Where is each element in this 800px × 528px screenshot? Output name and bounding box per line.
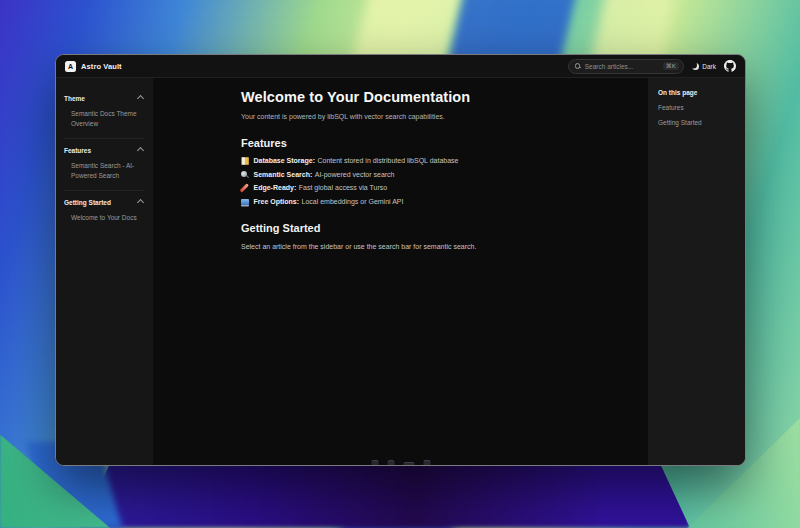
laptop-icon [241, 199, 249, 206]
dock-hint [371, 460, 430, 465]
toc-heading: On this page [658, 89, 735, 96]
features-heading: Features [241, 137, 598, 149]
features-list: Database Storage: Content stored in dist… [241, 157, 598, 205]
sidebar-section-getting-started-header[interactable]: Getting Started [64, 199, 145, 206]
feature-desc: Content stored in distributed libSQL dat… [317, 157, 458, 165]
dock-icon [403, 462, 414, 465]
ledger-icon [241, 157, 249, 165]
sidebar-section-label: Theme [64, 95, 85, 102]
app-window: A Astro Vault Search articles... ⌘K Dark… [55, 54, 746, 466]
sidebar-section-label: Getting Started [64, 199, 111, 206]
dock-icon [423, 460, 430, 465]
feature-item-semantic-search: Semantic Search: AI-powered vector searc… [241, 171, 598, 179]
sidebar-section-theme-header[interactable]: Theme [64, 95, 145, 102]
sidebar-section-features-header[interactable]: Features [64, 147, 145, 154]
github-icon [724, 60, 736, 72]
magnifier-icon [241, 171, 249, 179]
github-link[interactable] [724, 60, 736, 72]
theme-toggle-label: Dark [702, 63, 716, 70]
dock-icon [371, 460, 378, 465]
feature-label: Edge-Ready: [254, 184, 297, 192]
main-content: Welcome to Your Documentation Your conte… [153, 78, 648, 465]
app-header: A Astro Vault Search articles... ⌘K Dark [56, 55, 745, 78]
sun-moon-icon [692, 63, 699, 70]
toc-link-features[interactable]: Features [658, 104, 735, 111]
sidebar-section-theme: Theme Semantic Docs Theme Overview [64, 91, 145, 138]
search-input[interactable]: Search articles... ⌘K [568, 59, 684, 74]
feature-desc: Local embeddings or Gemini API [302, 198, 404, 206]
search-icon [575, 63, 581, 69]
feature-label: Semantic Search: [254, 171, 313, 179]
sidebar-item-semantic-docs-theme-overview[interactable]: Semantic Docs Theme Overview [64, 109, 145, 129]
page-title: Welcome to Your Documentation [241, 89, 598, 105]
search-placeholder: Search articles... [585, 63, 659, 70]
sidebar-section-features: Features Semantic Search - AI-Powered Se… [64, 138, 145, 190]
brand[interactable]: A Astro Vault [65, 61, 122, 72]
feature-item-edge-ready: Edge-Ready: Fast global access via Turso [241, 184, 598, 192]
sidebar-item-semantic-search[interactable]: Semantic Search - AI-Powered Search [64, 161, 145, 181]
theme-toggle-button[interactable]: Dark [692, 63, 716, 70]
search-shortcut-badge: ⌘K [663, 62, 679, 71]
page-subtitle: Your content is powered by libSQL with v… [241, 113, 598, 120]
sidebar-item-welcome-to-your-docs[interactable]: Welcome to Your Docs [64, 213, 145, 223]
app-body: Theme Semantic Docs Theme Overview Featu… [56, 78, 745, 465]
toc-link-getting-started[interactable]: Getting Started [658, 119, 735, 126]
getting-started-heading: Getting Started [241, 222, 598, 234]
feature-desc: Fast global access via Turso [299, 184, 387, 192]
sidebar-section-label: Features [64, 147, 91, 154]
chevron-up-icon [137, 95, 144, 102]
dock-icon [387, 460, 394, 465]
feature-desc: AI-powered vector search [315, 171, 395, 179]
on-this-page-panel: On this page Features Getting Started [648, 78, 745, 465]
feature-label: Database Storage: [254, 157, 315, 165]
sidebar-section-getting-started: Getting Started Welcome to Your Docs [64, 190, 145, 232]
feature-item-free-options: Free Options: Local embeddings or Gemini… [241, 198, 598, 206]
app-logo: A [65, 61, 76, 72]
rocket-icon [241, 184, 249, 192]
left-sidebar: Theme Semantic Docs Theme Overview Featu… [56, 78, 153, 465]
feature-item-database-storage: Database Storage: Content stored in dist… [241, 157, 598, 165]
feature-label: Free Options: [254, 198, 300, 206]
chevron-up-icon [137, 199, 144, 206]
chevron-up-icon [137, 147, 144, 154]
app-title: Astro Vault [81, 62, 122, 71]
getting-started-text: Select an article from the sidebar or us… [241, 243, 598, 250]
